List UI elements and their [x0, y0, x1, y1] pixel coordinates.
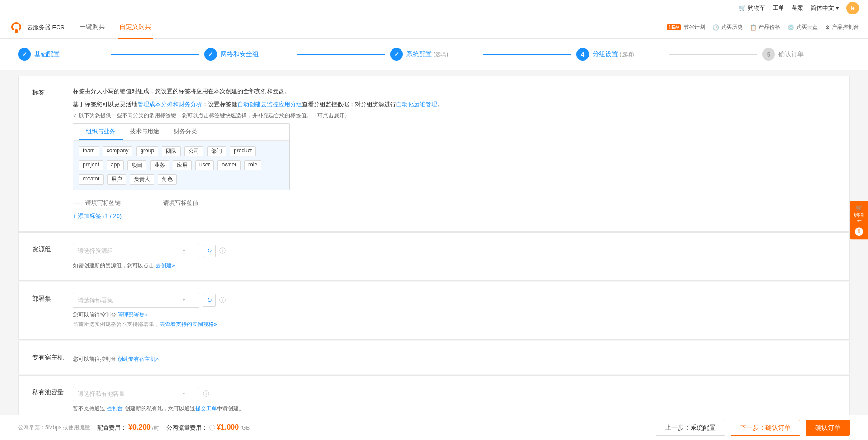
- public-cost-item: 公网流量费用： ⓘ ¥1.000 /GB: [166, 423, 250, 432]
- tag-company-cn[interactable]: 公司: [184, 146, 203, 156]
- resource-group-select-wrapper: 请选择资源组 ▾ ↻ ⓘ: [73, 244, 836, 258]
- refresh-icon: ↻: [207, 247, 212, 254]
- deployment-set-select-wrapper: 请选择部署集 ▾ ↻ ⓘ: [73, 293, 836, 308]
- tags-input-row: —: [73, 198, 836, 208]
- product-title: 云服务器 ECS: [27, 24, 64, 32]
- tab-finance[interactable]: 财务分类: [166, 124, 204, 140]
- dedicated-host-row: 专有宿主机 您可以前往控制台 创建专有宿主机»: [32, 352, 836, 363]
- confirm-order-button[interactable]: 确认订单: [806, 420, 850, 436]
- aliyun-logo-icon: [9, 21, 24, 34]
- private-pool-row: 私有池容量 请选择私有池容量 ▾ ⓘ 暂不支持通过 控制台 创建新的私有池，您可…: [32, 387, 836, 412]
- submit-ticket-link[interactable]: 提交工单: [195, 405, 217, 412]
- private-pool-info-icon[interactable]: ⓘ: [203, 390, 209, 398]
- step-label-basic: 基础配置: [34, 50, 60, 58]
- savings-plan-item[interactable]: NEW 节省计划: [667, 24, 705, 31]
- resource-group-help-text: 如需创建新的资源组，您可以点击 去创建»: [73, 262, 836, 270]
- cart-label: 购物车: [748, 4, 765, 12]
- deployment-set-info-icon[interactable]: ⓘ: [219, 296, 226, 304]
- deployment-set-content: 请选择部署集 ▾ ↻ ⓘ 您可以前往控制台 管理部署集» 当前所选实例规格暂不支…: [73, 293, 836, 328]
- resource-group-select[interactable]: 请选择资源组 ▾: [73, 244, 199, 258]
- tag-dept-cn[interactable]: 部门: [207, 146, 226, 156]
- add-tag-button[interactable]: + 添加标签 (1 / 20): [73, 212, 836, 220]
- view-supported-specs-link[interactable]: 去查看支持的实例规格»: [160, 321, 217, 327]
- product-console-item[interactable]: ⚙ 产品控制台: [825, 24, 859, 31]
- auto-ops-link[interactable]: 自动化运维管理: [396, 101, 437, 108]
- tag-owner-cn[interactable]: 负责人: [130, 174, 154, 185]
- resource-group-label: 资源组: [32, 244, 64, 254]
- tags-tabs: 组织与业务 技术与用途 财务分类: [73, 124, 289, 140]
- resource-group-placeholder: 请选择资源组: [78, 247, 113, 255]
- logo: 云服务器 ECS: [9, 21, 64, 34]
- deployment-set-refresh-button[interactable]: ↻: [203, 294, 216, 307]
- tag-role[interactable]: role: [244, 160, 261, 170]
- tags-panel: 组织与业务 技术与用途 财务分类 team company group 团队 公…: [73, 123, 290, 190]
- expand-note: ✓ 以下为您提供一些不同分类的常用标签键，您可以点击标签键快速选择，并补充适合您…: [73, 111, 836, 120]
- deployment-set-select[interactable]: 请选择部署集 ▾: [73, 293, 199, 308]
- tag-group[interactable]: group: [136, 146, 158, 156]
- tag-project[interactable]: project: [79, 160, 103, 170]
- tag-user[interactable]: user: [195, 160, 214, 170]
- tag-value-input[interactable]: [163, 198, 236, 208]
- private-pool-select[interactable]: 请选择私有池容量 ▾: [73, 387, 199, 401]
- tag-company[interactable]: company: [103, 146, 133, 156]
- monitor-link[interactable]: 自动创建云监控应用分组: [237, 101, 302, 108]
- tag-user-cn[interactable]: 用户: [107, 174, 126, 185]
- create-resource-group-link[interactable]: 去创建»: [156, 262, 175, 269]
- prev-step-button[interactable]: 上一步：系统配置: [656, 420, 725, 436]
- price-icon: 📋: [750, 24, 757, 31]
- step-label-confirm: 确认订单: [778, 50, 804, 58]
- dedicated-host-content: 您可以前往控制台 创建专有宿主机»: [73, 352, 836, 363]
- tag-app-cn[interactable]: 应用: [173, 160, 192, 170]
- purchase-history-item[interactable]: 🕐 购买历史: [712, 24, 743, 31]
- step-confirm: 5 确认订单: [762, 48, 850, 61]
- tab-custom[interactable]: 自定义购买: [118, 16, 153, 39]
- step-label-system: 系统配置 (选填): [406, 50, 448, 58]
- tag-business-cn[interactable]: 业务: [150, 160, 169, 170]
- product-price-item[interactable]: 📋 产品价格: [750, 24, 780, 31]
- create-dedicated-host-link[interactable]: 创建专有宿主机»: [118, 356, 159, 362]
- tag-role-cn[interactable]: 角色: [158, 174, 177, 185]
- float-cart[interactable]: 🛒 购物车 0: [850, 201, 868, 240]
- resource-group-info-icon[interactable]: ⓘ: [219, 247, 226, 255]
- language-nav-item[interactable]: 简体中文 ▾: [811, 4, 839, 12]
- tag-owner[interactable]: owner: [217, 160, 241, 170]
- chevron-down-icon: ▾: [836, 5, 839, 11]
- tab-tech[interactable]: 技术与用途: [123, 124, 166, 140]
- deployment-set-section: 部署集 请选择部署集 ▾ ↻ ⓘ 您可以前往控制台 管理部署集» 当前所选实: [18, 282, 850, 340]
- tag-team[interactable]: team: [79, 146, 99, 156]
- add-tag-label: + 添加标签 (1 / 20): [73, 212, 122, 220]
- tag-creator[interactable]: creator: [79, 174, 104, 185]
- resource-group-content: 请选择资源组 ▾ ↻ ⓘ 如需创建新的资源组，您可以点击 去创建»: [73, 244, 836, 270]
- resource-group-row: 资源组 请选择资源组 ▾ ↻ ⓘ 如需创建新的资源组，您可以点击 去创建»: [32, 244, 836, 270]
- step-circle-group: 4: [576, 48, 589, 61]
- deployment-set-no-support-text: 当前所选实例规格暂不支持部署集，去查看支持的实例规格»: [73, 321, 836, 328]
- manage-deployment-set-link[interactable]: 管理部署集»: [118, 312, 148, 318]
- cart-icon: 🛒: [739, 5, 746, 11]
- tag-project-cn[interactable]: 项目: [127, 160, 146, 170]
- buy-disk-item[interactable]: 💿 购买云盘: [788, 24, 818, 31]
- step-line-4: [669, 54, 757, 55]
- tab-quick[interactable]: 一键购买: [78, 16, 107, 39]
- bottom-cost: 公网常宽：5Mbps 按使用流量 配置费用： ¥0.200 /时 公网流量费用：…: [18, 423, 650, 432]
- cost-link[interactable]: 管理成本分摊和财务分析: [137, 101, 202, 108]
- resource-group-arrow-icon: ▾: [183, 248, 185, 254]
- cart-float-count: 0: [855, 227, 863, 236]
- config-cost-price: ¥0.200: [128, 423, 151, 431]
- tag-team-cn[interactable]: 团队: [162, 146, 181, 156]
- tag-app[interactable]: app: [107, 160, 124, 170]
- next-step-button[interactable]: 下一步：确认订单: [731, 420, 800, 436]
- tab-org[interactable]: 组织与业务: [79, 124, 123, 140]
- public-cost-price: ¥1.000: [217, 423, 239, 431]
- workorder-nav-item[interactable]: 工单: [773, 4, 784, 12]
- user-avatar[interactable]: Ie: [846, 2, 859, 14]
- resource-group-refresh-button[interactable]: ↻: [203, 245, 216, 257]
- private-pool-select-wrapper: 请选择私有池容量 ▾ ⓘ: [73, 387, 836, 401]
- cart-nav-item[interactable]: 🛒 购物车: [739, 4, 765, 12]
- tag-product[interactable]: product: [230, 146, 256, 156]
- steps-bar: ✓ 基础配置 ✓ 网络和安全组 ✓ 系统配置 (选填) 4 分组设置 (选填) …: [0, 39, 868, 70]
- control-panel-link[interactable]: 控制台: [107, 405, 123, 412]
- backup-nav-item[interactable]: 备案: [792, 4, 803, 12]
- cart-float-icon: 🛒: [856, 205, 863, 211]
- step-circle-system: ✓: [390, 48, 403, 61]
- tag-key-input[interactable]: [85, 198, 158, 208]
